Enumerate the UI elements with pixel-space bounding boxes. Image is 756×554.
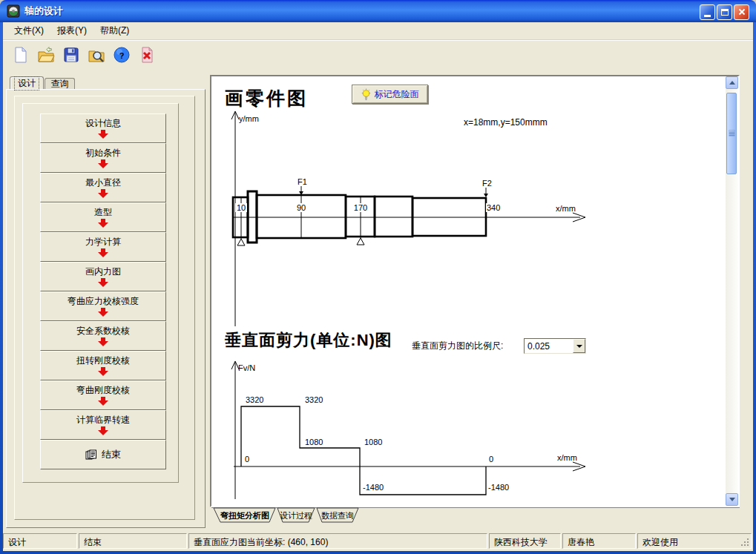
- shear-value-3320-left: 3320: [246, 395, 263, 404]
- status-mode: 设计: [3, 533, 77, 549]
- resize-grip-icon[interactable]: [740, 538, 750, 547]
- menu-bar: 文件(X) 报表(Y) 帮助(Z): [3, 22, 753, 40]
- mark-danger-face-button[interactable]: 标记危险面: [352, 85, 428, 104]
- save-floppy-icon: [62, 46, 80, 64]
- red-down-arrow-icon: [98, 130, 108, 139]
- step-bending-stiffness-check-button[interactable]: 弯曲刚度校核: [40, 380, 166, 410]
- step-label: 最小直径: [85, 177, 121, 188]
- new-document-icon: [12, 46, 30, 64]
- diagram-panel: 画零件图 标记危险面 x=18mm,y=150mmm y/mm: [210, 75, 740, 507]
- red-down-arrow-icon: [98, 426, 108, 435]
- dimension-label-90: 90: [297, 203, 306, 212]
- dimension-label-10: 10: [237, 203, 246, 212]
- step-label: 安全系数校核: [76, 326, 130, 336]
- toolbar: ?: [3, 40, 753, 68]
- help-button[interactable]: ?: [111, 44, 132, 66]
- scroll-up-button[interactable]: [726, 76, 738, 89]
- window-controls: [700, 4, 749, 20]
- shear-diagram-heading: 垂直面剪力(单位:N)图: [225, 329, 392, 352]
- close-button[interactable]: [734, 4, 749, 20]
- diagram-scroll-content: 画零件图 标记危险面 x=18mm,y=150mmm y/mm: [211, 76, 726, 506]
- vertical-scrollbar[interactable]: [726, 76, 738, 506]
- force-f1-label: F1: [298, 177, 307, 186]
- app-icon: [7, 4, 20, 18]
- step-label: 弯曲刚度校核: [76, 385, 130, 395]
- shear-value-1080-right: 1080: [364, 438, 382, 446]
- red-down-arrow-icon: [98, 248, 108, 257]
- scale-combobox[interactable]: 0.025: [524, 338, 586, 354]
- shear-scale-label: 垂直面剪力图的比例尺:: [412, 340, 503, 352]
- exit-icon: [138, 46, 156, 64]
- scrollbar-thumb[interactable]: [726, 93, 737, 174]
- step-internal-force-diagram-button[interactable]: 画内力图: [40, 262, 166, 291]
- minimize-button[interactable]: [700, 4, 715, 20]
- step-label: 初始条件: [85, 148, 121, 158]
- shear-x-axis-label: x/mm: [557, 453, 577, 462]
- chevron-down-icon: [729, 498, 735, 501]
- tab-query-label: 查询: [51, 78, 69, 90]
- client-area: 设计 查询 设计信息 初始条件 最小直径: [3, 68, 753, 529]
- step-modeling-button[interactable]: 造型: [40, 202, 166, 232]
- design-step-list: 设计信息 初始条件 最小直径 造型 力学计算: [40, 113, 166, 469]
- step-critical-speed-button[interactable]: 计算临界转速: [40, 410, 166, 440]
- dimension-label-340: 340: [487, 203, 500, 212]
- step-torsional-stiffness-check-button[interactable]: 扭转刚度校核: [40, 351, 166, 380]
- tab-design-process-label: 设计过程: [280, 511, 312, 520]
- status-coordinates: 垂直面应力图当前坐标: (460, 160): [188, 533, 487, 549]
- scroll-down-button[interactable]: [726, 493, 738, 506]
- window-title: 轴的设计: [24, 4, 63, 18]
- tab-query[interactable]: 查询: [45, 78, 75, 89]
- tab-design[interactable]: 设计: [10, 76, 44, 89]
- maximize-icon: [721, 9, 729, 16]
- finish-label: 结束: [102, 448, 121, 461]
- step-label: 画内力图: [85, 266, 121, 277]
- red-down-arrow-icon: [98, 159, 108, 168]
- combobox-dropdown-button[interactable]: [573, 339, 585, 353]
- svg-text:?: ?: [119, 51, 125, 60]
- shear-value-1080-left: 1080: [305, 438, 323, 446]
- step-mechanics-calc-button[interactable]: 力学计算: [40, 232, 166, 262]
- step-safety-factor-check-button[interactable]: 安全系数校核: [40, 321, 166, 351]
- red-down-arrow-icon: [98, 308, 108, 317]
- step-label: 造型: [94, 207, 112, 217]
- step-label: 弯曲应力校核强度: [68, 296, 139, 306]
- scrollbar-track[interactable]: [726, 89, 738, 493]
- status-author: 唐春艳: [562, 533, 636, 549]
- design-steps-panel: 设计信息 初始条件 最小直径 造型 力学计算: [6, 89, 206, 528]
- step-bending-stress-check-button[interactable]: 弯曲应力校核强度: [40, 291, 166, 321]
- status-welcome-text: 欢迎使用: [642, 537, 678, 547]
- lightbulb-icon: [361, 88, 371, 101]
- menu-report[interactable]: 报表(Y): [50, 22, 93, 39]
- save-button[interactable]: [61, 44, 82, 66]
- title-bar: 轴的设计: [0, 0, 756, 22]
- step-design-info-button[interactable]: 设计信息: [40, 113, 166, 143]
- tab-bend-torque-analysis-label: 弯扭矩分析图: [220, 511, 269, 520]
- maximize-button[interactable]: [717, 4, 732, 20]
- status-welcome: 欢迎使用: [637, 533, 752, 549]
- mark-danger-face-label: 标记危险面: [375, 88, 419, 101]
- red-down-arrow-icon: [98, 367, 108, 376]
- search-button[interactable]: [86, 44, 107, 66]
- shear-value-zero-left: 0: [245, 455, 249, 464]
- open-file-button[interactable]: [36, 44, 56, 66]
- status-university: 陕西科技大学: [489, 533, 561, 549]
- step-label: 设计信息: [85, 118, 121, 128]
- new-document-button[interactable]: [10, 44, 31, 66]
- app-window: 轴的设计 文件(X) 报表(Y) 帮助(Z): [0, 0, 756, 554]
- step-min-diameter-button[interactable]: 最小直径: [40, 173, 166, 202]
- finish-button[interactable]: 结束: [40, 440, 166, 469]
- tab-design-label: 设计: [14, 76, 39, 90]
- part-x-axis-label: x/mm: [556, 204, 576, 213]
- help-icon: ?: [113, 46, 131, 64]
- menu-help[interactable]: 帮助(Z): [93, 22, 136, 39]
- red-down-arrow-icon: [98, 337, 108, 346]
- step-initial-conditions-button[interactable]: 初始条件: [40, 143, 166, 173]
- tab-data-query-label: 数据查询: [321, 511, 354, 520]
- search-folder-icon: [88, 46, 105, 64]
- force-f2-label: F2: [482, 179, 492, 188]
- menu-file[interactable]: 文件(X): [7, 22, 50, 39]
- exit-button[interactable]: [137, 44, 157, 66]
- step-label: 扭转刚度校核: [76, 355, 130, 366]
- scale-combobox-value: 0.025: [525, 339, 573, 353]
- open-folder-icon: [37, 46, 55, 64]
